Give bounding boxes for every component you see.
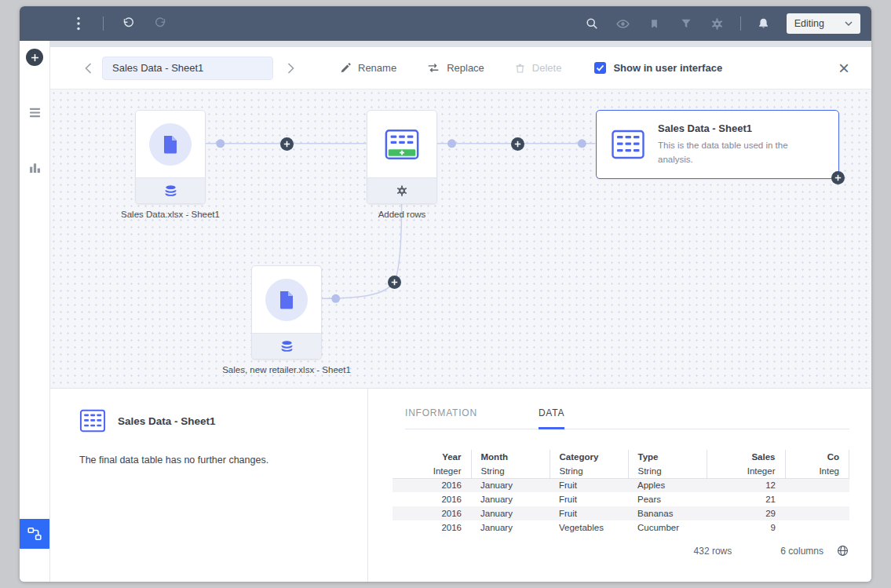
canvas-node-source-2: Sales, new retailer.xlsx - Sheet1 (251, 265, 322, 360)
cell (785, 478, 849, 492)
add-transformation-button[interactable] (388, 276, 401, 289)
table-row: 2016 January Vegetables Cucumber 9 (393, 520, 849, 535)
column-header: Year (393, 450, 471, 464)
cell: 2016 (393, 506, 471, 520)
filter-icon[interactable] (677, 15, 695, 32)
cell: 2016 (393, 478, 471, 492)
column-header: Sales (707, 450, 785, 464)
cell: January (471, 492, 550, 506)
database-icon (280, 340, 294, 352)
plus-icon (283, 141, 290, 148)
connector-port (216, 139, 225, 148)
cell: Fruit (550, 478, 628, 492)
source-node-card[interactable] (251, 265, 322, 360)
show-in-ui-label: Show in user interface (613, 62, 722, 74)
node-footer (367, 177, 436, 203)
rename-label: Rename (358, 62, 396, 74)
show-in-ui-checkbox[interactable] (594, 62, 606, 74)
pages-list-icon[interactable] (26, 104, 43, 121)
node-footer (136, 177, 205, 203)
final-node-title: Sales Data - Sheet1 (658, 122, 819, 134)
add-transformation-button[interactable] (280, 137, 294, 151)
plus-icon (391, 279, 398, 286)
canvas-node-source-1: Sales Data.xlsx - Sheet1 (135, 110, 206, 204)
data-canvas-tile[interactable] (20, 519, 49, 549)
source-node-card[interactable] (135, 110, 206, 204)
data-preview-table: Year Month Category Type Sales Co Intege… (393, 450, 849, 535)
add-transformation-button[interactable] (511, 137, 524, 151)
window-body: Rename Replace Delete Show in u (20, 41, 871, 582)
source-name-input[interactable] (102, 57, 273, 80)
left-sidebar (20, 41, 49, 582)
column-type: String (550, 464, 628, 478)
delete-label: Delete (532, 62, 562, 74)
add-rows-icon (384, 126, 420, 163)
undo-icon[interactable] (119, 15, 137, 32)
cell: 12 (707, 478, 785, 492)
eye-icon[interactable] (615, 15, 632, 32)
settings-icon (396, 184, 408, 197)
bell-icon[interactable] (755, 15, 772, 32)
table-icon (79, 407, 106, 434)
database-icon (164, 184, 177, 197)
final-table-node[interactable]: Sales Data - Sheet1 This is the data tab… (596, 110, 839, 179)
column-header: Co (785, 450, 849, 464)
cell (785, 506, 849, 520)
bar-chart-icon[interactable] (26, 159, 43, 176)
search-icon[interactable] (583, 15, 601, 32)
cell: January (471, 506, 550, 520)
replace-label: Replace (447, 62, 484, 74)
column-types-row: Integer String String String Integer Int… (393, 464, 849, 478)
details-data-section: INFORMATION DATA Year Month (368, 389, 871, 582)
column-count: 6 columns (780, 546, 823, 557)
close-icon[interactable]: × (835, 59, 853, 78)
column-type: String (471, 464, 550, 478)
top-toolbar: Editing (20, 6, 871, 41)
node-label: Sales, new retailer.xlsx - Sheet1 (222, 365, 351, 374)
data-canvas: Sales Data.xlsx - Sheet1 (50, 89, 871, 389)
chevron-right-icon[interactable] (283, 59, 298, 78)
globe-icon[interactable] (836, 544, 849, 557)
bookmark-icon[interactable] (646, 15, 663, 32)
data-canvas-icon (27, 526, 42, 542)
rename-button[interactable]: Rename (339, 62, 396, 75)
source-header-bar: Rename Replace Delete Show in u (50, 47, 871, 89)
table-row: 2016 January Fruit Apples 12 (393, 478, 849, 492)
add-button[interactable] (26, 49, 43, 66)
file-icon (278, 290, 295, 310)
details-title: Sales Data - Sheet1 (118, 415, 216, 427)
cell: 2016 (393, 520, 471, 535)
kebab-menu-icon[interactable] (70, 15, 87, 32)
desktop-background: Editing (0, 0, 891, 588)
cell: 21 (707, 492, 785, 506)
toolbar-separator (103, 16, 104, 31)
column-header: Month (471, 450, 550, 464)
cell: Fruit (550, 492, 628, 506)
tab-data[interactable]: DATA (539, 407, 564, 429)
chevron-left-icon[interactable] (80, 59, 96, 78)
details-tabs: INFORMATION DATA (405, 407, 849, 429)
delete-button[interactable]: Delete (514, 62, 562, 75)
operation-node-card[interactable] (367, 110, 437, 204)
column-header: Type (628, 450, 707, 464)
mode-dropdown[interactable]: Editing (787, 13, 860, 34)
cell: January (471, 478, 550, 492)
table-icon (611, 127, 645, 162)
trash-icon (514, 62, 526, 75)
tab-information[interactable]: INFORMATION (405, 407, 477, 429)
gear-icon[interactable] (709, 15, 726, 32)
details-panel: Sales Data - Sheet1 The final data table… (50, 389, 871, 582)
check-icon (596, 64, 604, 71)
replace-button[interactable]: Replace (426, 62, 484, 74)
add-transformation-button[interactable] (831, 171, 845, 184)
app-window: Editing (20, 6, 871, 582)
cell: January (471, 520, 550, 535)
cell: Bananas (628, 506, 707, 520)
connector-port (578, 139, 586, 148)
file-icon (162, 134, 179, 155)
column-header: Category (550, 450, 628, 464)
column-names-row: Year Month Category Type Sales Co (393, 450, 849, 464)
cell: 29 (707, 506, 785, 520)
file-circle (265, 279, 308, 321)
redo-icon[interactable] (152, 15, 170, 32)
